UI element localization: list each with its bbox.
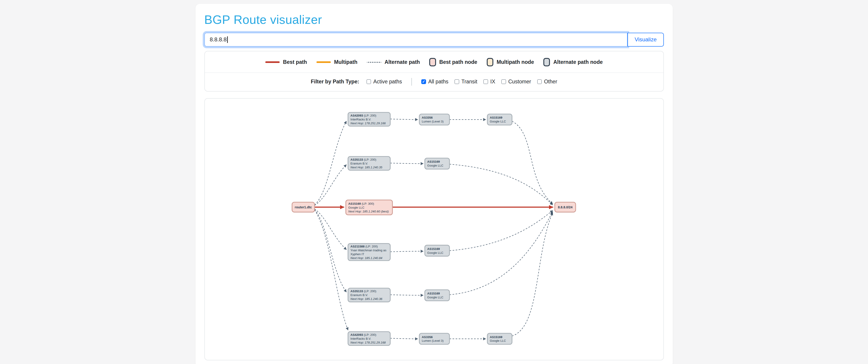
best-path-line-swatch (265, 61, 280, 63)
graph-node-as15169-row5[interactable]: AS15169Google LLC (425, 290, 450, 301)
graph-node-as3356-top[interactable]: AS3356Lumen (Level 3) (419, 114, 450, 125)
legend-label: Alternate path node (553, 59, 603, 65)
legend-item-best-path: Best path (265, 59, 307, 65)
checkbox-customer[interactable] (501, 79, 506, 84)
graph-edge-as15169-row2-to-dest (450, 164, 553, 205)
graph-nodes-layer: router1.dtcAS42093 (LP: 200)InterRacks B… (292, 112, 576, 345)
graph-edge-as211588-to-as15169 (390, 251, 423, 252)
graph-panel: router1.dtcAS42093 (LP: 200)InterRacks B… (205, 98, 664, 360)
page-title: BGP Route visualizer (205, 13, 664, 27)
graph-edge-as42093-bottom-to-as3356 (390, 338, 417, 339)
filter-option-transit[interactable]: Transit (455, 78, 477, 85)
checkbox-other[interactable] (537, 79, 542, 84)
graph-edge-as35133-a-to-as15169 (390, 163, 423, 164)
search-input-group: 8.8.8.8 Visualize (205, 33, 664, 46)
graph-node-box[interactable] (425, 290, 450, 301)
graph-node-as15169-top[interactable]: AS15169Google LLC (487, 114, 512, 125)
text-caret (227, 36, 227, 43)
app-root: BGP Route visualizer 8.8.8.8 Visualize B… (0, 0, 868, 363)
graph-node-box[interactable] (425, 245, 450, 256)
legend-label: Alternate path (384, 59, 420, 65)
graph-edges-layer (314, 119, 553, 339)
main-card: BGP Route visualizer 8.8.8.8 Visualize B… (195, 4, 673, 364)
legend-item-multipath-node: Multipath node (487, 58, 534, 66)
checkbox-transit[interactable] (455, 79, 459, 84)
alternate-path-node-swatch (544, 58, 550, 66)
multipath-line-swatch (316, 61, 331, 63)
graph-node-label: router1.dtc (294, 205, 312, 209)
graph-node-box[interactable] (419, 114, 450, 125)
graph-node-as35133-a[interactable]: AS35133 (LP: 200)Eranium B.V.Next Hop: 1… (348, 157, 390, 170)
graph-edge-router-to-as42093-top (314, 121, 346, 205)
legend-item-alternate-path: Alternate path (367, 59, 420, 65)
filter-option-label: Customer (508, 78, 531, 85)
legend-label: Best path (283, 59, 307, 65)
graph-node-as15169-best[interactable]: AS15169 (LP: 300)Google LLCNext Hop: 185… (346, 200, 393, 215)
filter-row: Filter by Path Type: Active paths✓All pa… (205, 72, 663, 91)
graph-node-as15169-row2[interactable]: AS15169Google LLC (425, 158, 450, 169)
graph-node-box[interactable] (419, 333, 450, 344)
graph-node-label: 8.8.8.0/24 (558, 205, 572, 209)
filter-divider (411, 78, 412, 86)
graph-svg: router1.dtcAS42093 (LP: 200)InterRacks B… (205, 99, 663, 360)
graph-edge-router-to-as35133-b (314, 209, 346, 292)
filter-option-label: Transit (462, 78, 477, 85)
checkbox-ix[interactable] (483, 79, 488, 84)
checkbox-active-paths[interactable] (367, 79, 371, 84)
checkbox-all-paths[interactable]: ✓ (421, 79, 426, 84)
graph-node-as35133-b[interactable]: AS35133 (LP: 200)Eranium B.V.Next Hop: 1… (348, 288, 390, 302)
filter-option-all-paths[interactable]: ✓All paths (421, 78, 448, 85)
graph-node-box[interactable] (487, 333, 512, 344)
legend-filter-panel: Best pathMultipathAlternate pathBest pat… (205, 51, 664, 92)
legend-item-multipath: Multipath (316, 59, 358, 65)
filter-option-ix[interactable]: IX (483, 78, 495, 85)
graph-node-as15169-bottom[interactable]: AS15169Google LLC (487, 333, 512, 344)
graph-node-as211588[interactable]: AS211588 (LP: 200)Yvan Watchman trading … (348, 243, 390, 261)
graph-node-as42093-top[interactable]: AS42093 (LP: 200)InterRacks B.V.Next Hop… (348, 112, 390, 126)
legend-label: Multipath node (497, 59, 534, 65)
filter-option-customer[interactable]: Customer (501, 78, 531, 85)
filter-option-label: IX (490, 78, 495, 85)
filter-option-active-paths[interactable]: Active paths (367, 78, 402, 85)
multipath-node-swatch (487, 58, 493, 66)
graph-node-box[interactable] (487, 114, 512, 125)
legend-row: Best pathMultipathAlternate pathBest pat… (205, 52, 663, 72)
legend-item-best-path-node: Best path node (429, 58, 477, 66)
graph-edge-as15169-bottom-to-dest (512, 213, 553, 336)
graph-node-router1-dtc[interactable]: router1.dtc (292, 202, 314, 212)
graph-node-as15169-row4[interactable]: AS15169Google LLC (425, 245, 450, 256)
best-path-node-swatch (429, 58, 436, 66)
filter-label: Filter by Path Type: (311, 78, 359, 85)
graph-edge-as42093-top-to-as3356-top (390, 119, 417, 120)
graph-edge-as35133-b-to-as15169 (390, 295, 423, 295)
legend-label: Multipath (334, 59, 358, 65)
graph-node-as42093-bottom[interactable]: AS42093 (LP: 200)InterRacks B.V.Next Hop… (348, 332, 390, 345)
graph-edge-as15169-row4-to-dest (450, 210, 553, 251)
filter-option-label: Other (544, 78, 557, 85)
graph-node-as3356-bottom[interactable]: AS3356Lumen (Level 3) (419, 333, 450, 344)
graph-node-dest-8-8-8-0-24[interactable]: 8.8.8.0/24 (555, 202, 576, 212)
alternate-path-line-swatch (367, 62, 381, 63)
filter-option-label: Active paths (373, 78, 402, 85)
visualize-button[interactable]: Visualize (627, 33, 663, 46)
legend-label: Best path node (439, 59, 477, 65)
prefix-input[interactable]: 8.8.8.8 (205, 33, 628, 46)
prefix-input-value: 8.8.8.8 (210, 36, 226, 43)
graph-node-box[interactable] (425, 158, 450, 169)
graph-edge-as15169-top-to-dest (512, 121, 553, 204)
legend-item-alternate-path-node: Alternate path node (544, 58, 603, 66)
graph-edge-router-to-as42093-bottom (314, 210, 348, 330)
filter-option-label: All paths (428, 78, 448, 85)
filter-option-other[interactable]: Other (537, 78, 557, 85)
graph-edge-router-to-as211588 (314, 209, 346, 250)
